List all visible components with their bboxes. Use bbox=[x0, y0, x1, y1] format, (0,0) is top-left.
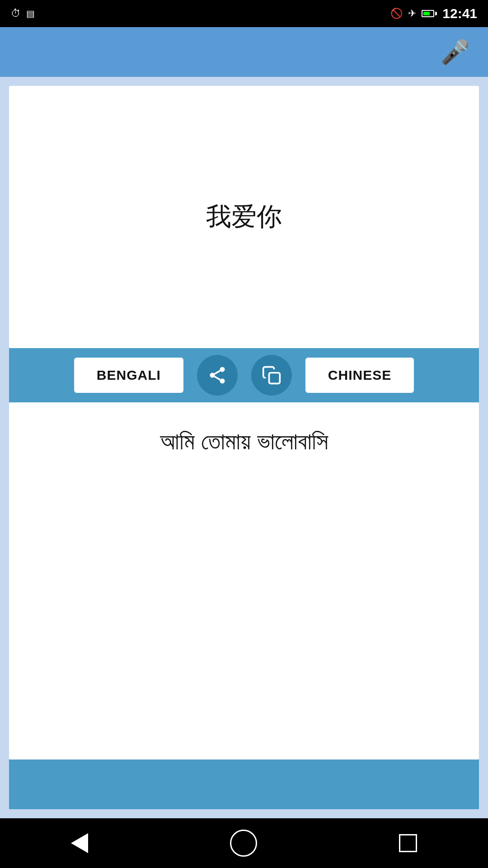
nav-bar bbox=[0, 818, 488, 868]
copy-button[interactable] bbox=[251, 355, 292, 396]
language-toolbar: BENGALI CHINESE bbox=[9, 348, 479, 402]
svg-point-0 bbox=[220, 367, 225, 372]
share-icon bbox=[207, 365, 227, 385]
airplane-icon: ✈ bbox=[408, 8, 416, 19]
mic-icon: 🎤 bbox=[441, 38, 470, 66]
sd-icon: ▤ bbox=[26, 8, 35, 19]
status-bar: ⏱ ▤ 🚫 ✈ 12:41 bbox=[0, 0, 488, 27]
copy-icon bbox=[262, 365, 282, 385]
app-header: 🎤 bbox=[0, 27, 488, 77]
svg-rect-5 bbox=[269, 373, 280, 384]
status-bar-left: ⏱ ▤ bbox=[11, 8, 35, 19]
recent-button[interactable] bbox=[399, 834, 417, 852]
bottom-strip bbox=[9, 760, 479, 809]
translation-panel: আমি তোমায় ভালোবাসি bbox=[9, 402, 479, 760]
translation-text: আমি তোমায় ভালোবাসি bbox=[160, 425, 328, 458]
back-icon bbox=[71, 833, 88, 853]
svg-line-4 bbox=[215, 371, 221, 374]
no-sim-icon: 🚫 bbox=[390, 8, 403, 19]
back-button[interactable] bbox=[71, 833, 88, 853]
svg-point-2 bbox=[220, 378, 225, 383]
home-button[interactable] bbox=[230, 830, 257, 857]
sim-icon: ⏱ bbox=[11, 8, 21, 19]
svg-point-1 bbox=[210, 373, 215, 378]
main-content: 我爱你 BENGALI CHINESE আমি তোমায় ভালোবাসি bbox=[0, 77, 488, 818]
source-panel: 我爱你 bbox=[9, 86, 479, 348]
target-language-button[interactable]: CHINESE bbox=[305, 358, 414, 393]
svg-line-3 bbox=[215, 377, 221, 380]
recent-icon bbox=[399, 834, 417, 852]
home-icon bbox=[230, 830, 257, 857]
status-bar-right: 🚫 ✈ 12:41 bbox=[390, 6, 477, 21]
share-button[interactable] bbox=[197, 355, 238, 396]
source-language-button[interactable]: BENGALI bbox=[74, 358, 183, 393]
source-text: 我爱你 bbox=[206, 200, 282, 234]
status-time: 12:41 bbox=[442, 6, 477, 21]
battery-icon bbox=[422, 10, 437, 17]
microphone-button[interactable]: 🎤 bbox=[441, 38, 470, 66]
